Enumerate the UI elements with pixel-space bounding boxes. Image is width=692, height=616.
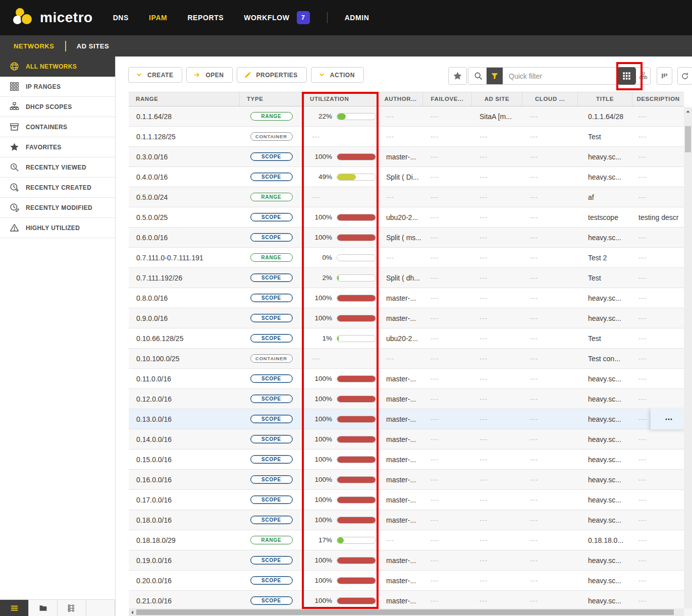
horizontal-scrollbar[interactable] bbox=[129, 608, 684, 616]
table-row[interactable]: 0.1.1.128/25CONTAINER---------------Test… bbox=[129, 127, 684, 147]
sidebar-item-all-networks[interactable]: ALL NETWORKS bbox=[0, 57, 115, 77]
type-cell: SCOPE bbox=[240, 288, 303, 308]
table-row[interactable]: 0.7.111.192/26SCOPE2%Split ( dh...------… bbox=[129, 268, 684, 288]
failover-cell: --- bbox=[423, 248, 472, 267]
columns-view-button[interactable] bbox=[657, 67, 672, 85]
properties-button[interactable]: PROPERTIES bbox=[237, 67, 306, 83]
type-cell: SCOPE bbox=[240, 490, 303, 510]
cloud-cell: --- bbox=[522, 571, 578, 590]
description-cell: --- bbox=[632, 228, 684, 247]
subnav-tab-ad-sites[interactable]: AD SITES bbox=[77, 42, 110, 50]
refresh-button[interactable] bbox=[677, 67, 692, 85]
table-row[interactable]: 0.19.0.0/16SCOPE100%master-...---------h… bbox=[129, 550, 684, 571]
empty-value: --- bbox=[431, 395, 439, 403]
empty-value: --- bbox=[530, 334, 538, 342]
open-button[interactable]: OPEN bbox=[186, 67, 233, 83]
sidebar-item-highly-utilized[interactable]: HIGHLY UTILIZED bbox=[0, 218, 115, 238]
table-row[interactable]: 0.18.0.0/16SCOPE100%master-...---------h… bbox=[129, 510, 684, 530]
description-cell: testing descr bbox=[632, 207, 684, 227]
vertical-scroll-thumb[interactable] bbox=[685, 126, 691, 152]
horizontal-scroll-thumb[interactable] bbox=[136, 609, 674, 615]
vertical-scrollbar[interactable] bbox=[684, 107, 692, 608]
column-header-failove[interactable]: FAILOVE... bbox=[423, 92, 472, 106]
sidebar-item-recently-created[interactable]: RECENTLY CREATED bbox=[0, 178, 115, 198]
column-header-description[interactable]: DESCRIPTION bbox=[632, 92, 684, 106]
table-row[interactable]: 0.8.0.0/16SCOPE100%master-...---------he… bbox=[129, 288, 684, 308]
table-row[interactable]: 0.10.66.128/25SCOPE1%ubu20-2...---------… bbox=[129, 328, 684, 349]
authority-cell: master-... bbox=[379, 571, 423, 590]
utilization-percent: 100% bbox=[303, 395, 332, 403]
table-row[interactable]: 0.14.0.0/16SCOPE100%master-...---------h… bbox=[129, 429, 684, 450]
table-row[interactable]: 0.9.0.0/16SCOPE100%master-...---------he… bbox=[129, 308, 684, 328]
empty-value: --- bbox=[530, 355, 538, 362]
micetro-logo[interactable]: micetro bbox=[13, 7, 93, 29]
sidebar-item-containers[interactable]: CONTAINERS bbox=[0, 117, 115, 137]
action-button[interactable]: ACTION bbox=[311, 67, 364, 83]
column-header-range[interactable]: RANGE bbox=[129, 92, 240, 106]
tree-view-button[interactable] bbox=[636, 68, 650, 84]
table-row[interactable]: 0.6.0.0/16SCOPE100%Split ( ms...--------… bbox=[129, 228, 684, 248]
topnav-item-reports[interactable]: REPORTS bbox=[187, 14, 224, 22]
topnav-item-admin[interactable]: ADMIN bbox=[345, 14, 369, 22]
empty-value: --- bbox=[638, 435, 647, 443]
table-row[interactable]: 0.1.1.64/28RANGE22%------SitaA [m...---0… bbox=[129, 106, 684, 127]
column-header-author[interactable]: AUTHOR... bbox=[379, 92, 423, 106]
favorites-button[interactable] bbox=[448, 67, 467, 85]
topnav-item-dns[interactable]: DNS bbox=[113, 14, 129, 22]
table-row[interactable]: 0.12.0.0/16SCOPE100%master-...---------h… bbox=[129, 389, 684, 409]
table-row[interactable]: 0.16.0.0/16SCOPE100%master-...---------h… bbox=[129, 470, 684, 490]
authority-cell: --- bbox=[379, 530, 423, 550]
sidebar-footer-list-button[interactable] bbox=[0, 600, 29, 616]
column-header-cloud[interactable]: CLOUD ... bbox=[522, 92, 578, 106]
table-row[interactable]: 0.5.0.0/25SCOPE100%ubu20-2...---------te… bbox=[129, 207, 684, 228]
table-row[interactable]: 0.18.18.0/29RANGE17%------------0.18.18.… bbox=[129, 530, 684, 550]
sidebar-footer-folder-button[interactable] bbox=[29, 600, 58, 616]
utilization-bar bbox=[337, 517, 376, 524]
table-row[interactable]: 0.15.0.0/16SCOPE100%master-...---------h… bbox=[129, 450, 684, 470]
empty-value: --- bbox=[480, 577, 488, 584]
empty-value: --- bbox=[638, 355, 647, 362]
nav-divider bbox=[327, 12, 328, 23]
sidebar-item-favorites[interactable]: FAVORITES bbox=[0, 137, 115, 157]
quick-filter-input[interactable] bbox=[509, 72, 617, 80]
failover-cell: --- bbox=[423, 268, 472, 288]
table-row[interactable]: 0.20.0.0/16SCOPE100%master-...---------h… bbox=[129, 571, 684, 591]
sidebar-item-label: RECENTLY CREATED bbox=[26, 184, 91, 191]
table-row[interactable]: 0.5.0.0/24RANGE---------------af--- bbox=[129, 187, 684, 207]
table-row[interactable]: 0.4.0.0/16SCOPE49%Split ( Di...---------… bbox=[129, 167, 684, 187]
row-actions-button[interactable] bbox=[651, 409, 684, 429]
title-cell: heavy.sc... bbox=[578, 369, 632, 388]
utilization-fill bbox=[337, 477, 376, 483]
topnav-item-workflow[interactable]: WORKFLOW7 bbox=[244, 11, 309, 24]
subnav-tab-networks[interactable]: NETWORKS bbox=[14, 42, 55, 50]
type-cell: SCOPE bbox=[240, 308, 303, 328]
topnav-item-ipam[interactable]: IPAM bbox=[149, 14, 167, 22]
column-header-utilization[interactable]: UTILIZATION bbox=[303, 92, 379, 106]
table-row[interactable]: 0.11.0.0/16SCOPE100%master-...---------h… bbox=[129, 369, 684, 389]
grid-view-button[interactable] bbox=[617, 67, 636, 85]
create-button[interactable]: CREATE bbox=[128, 67, 182, 83]
table-row[interactable]: 0.7.111.0-0.7.111.191RANGE0%------------… bbox=[129, 248, 684, 268]
description-cell: --- bbox=[632, 429, 684, 449]
sidebar-item-ip-ranges[interactable]: IP RANGES bbox=[0, 77, 115, 97]
sidebar-item-recently-modified[interactable]: RECENTLY MODIFIED bbox=[0, 198, 115, 218]
sidebar-item-recently-viewed[interactable]: RECENTLY VIEWED bbox=[0, 157, 115, 178]
table-row[interactable]: 0.10.100.0/25CONTAINER---------------Tes… bbox=[129, 349, 684, 369]
failover-cell: --- bbox=[423, 369, 472, 388]
sidebar-item-dhcp-scopes[interactable]: DHCP SCOPES bbox=[0, 97, 115, 117]
description-cell: --- bbox=[632, 369, 684, 388]
table-row[interactable]: 0.3.0.0/16SCOPE100%master-...---------he… bbox=[129, 147, 684, 167]
table-row[interactable]: 0.17.0.0/16SCOPE100%master-...---------h… bbox=[129, 490, 684, 510]
table-row[interactable]: 0.21.0.0/16SCOPE100%master-...---------h… bbox=[129, 591, 684, 608]
title-cell: 0.18.18.0... bbox=[578, 530, 632, 550]
table-row[interactable]: 0.13.0.0/16SCOPE100%master-...---------h… bbox=[129, 409, 684, 429]
column-header-ad-site[interactable]: AD SITE bbox=[472, 92, 522, 106]
scroll-up-arrow[interactable] bbox=[684, 109, 692, 115]
ad-site-cell: --- bbox=[472, 591, 522, 608]
filter-button[interactable] bbox=[487, 68, 503, 84]
empty-value: --- bbox=[480, 254, 488, 261]
sidebar-footer-hierarchy-button[interactable] bbox=[58, 600, 86, 616]
column-header-type[interactable]: TYPE bbox=[240, 92, 303, 106]
column-header-title[interactable]: TITLE bbox=[578, 92, 632, 106]
scroll-left-arrow[interactable] bbox=[129, 608, 136, 616]
